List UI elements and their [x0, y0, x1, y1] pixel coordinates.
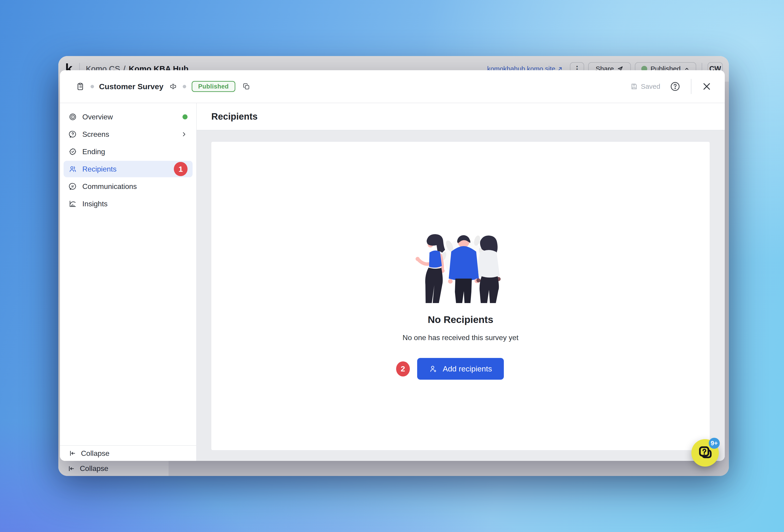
sidebar-collapse-label: Collapse	[81, 449, 110, 458]
copy-icon[interactable]	[242, 82, 250, 90]
chevron-right-icon	[181, 131, 188, 138]
collapse-icon	[68, 450, 76, 457]
sidebar-item-label: Ending	[82, 147, 105, 156]
empty-state-title: No Recipients	[428, 314, 493, 325]
page-title: Recipients	[211, 111, 257, 122]
sidebar-collapse-button[interactable]: Collapse	[60, 445, 196, 461]
sidebar-item-insights[interactable]: Insights	[63, 196, 193, 212]
chart-icon	[68, 200, 77, 208]
clipboard-icon	[76, 82, 85, 91]
save-status-label: Saved	[641, 83, 660, 90]
add-recipients-label: Add recipients	[443, 364, 492, 373]
question-bubble-icon	[68, 130, 77, 138]
desktop-background: k Komo CS / Komo KBA Hub komokbahub.komo…	[0, 0, 784, 532]
user-plus-icon	[429, 365, 438, 373]
close-icon	[702, 82, 711, 91]
help-widget-icon	[698, 446, 712, 460]
customer-survey-modal: Customer Survey Published Saved	[60, 70, 725, 461]
sidebar-item-label: Recipients	[82, 165, 116, 173]
seal-check-icon	[68, 147, 77, 156]
sidebar-item-label: Communications	[82, 182, 137, 191]
close-button[interactable]	[702, 82, 711, 91]
sidebar-item-recipients[interactable]: Recipients 1	[63, 161, 193, 177]
no-recipients-illustration	[415, 231, 506, 303]
modal-header: Customer Survey Published Saved	[60, 70, 725, 103]
modal-body: Overview Screens Ending Recipients	[60, 103, 725, 461]
status-badge: Published	[192, 81, 235, 92]
chat-bubble-icon	[68, 182, 77, 191]
target-icon	[68, 113, 77, 121]
dot-separator	[183, 85, 186, 88]
save-icon	[630, 83, 638, 90]
add-recipients-button[interactable]: Add recipients	[417, 358, 504, 380]
recipients-card: No Recipients No one has received this s…	[211, 142, 710, 450]
modal-main: Recipients	[197, 103, 725, 461]
sidebar-item-label: Insights	[82, 200, 108, 208]
step-badge-1: 1	[174, 162, 188, 176]
main-content: No Recipients No one has received this s…	[197, 130, 725, 461]
sidebar-item-overview[interactable]: Overview	[63, 109, 193, 125]
sidebar-item-screens[interactable]: Screens	[63, 126, 193, 142]
help-circle-icon	[670, 81, 680, 92]
step-badge-2: 2	[396, 361, 410, 376]
live-status-dot-icon	[183, 114, 188, 119]
modal-sidebar: Overview Screens Ending Recipients	[60, 103, 197, 461]
dot-separator	[90, 85, 94, 88]
save-status: Saved	[630, 83, 660, 90]
modal-header-right: Saved	[630, 79, 711, 94]
sidebar-item-label: Overview	[82, 113, 113, 121]
empty-state-subtitle: No one has received this survey yet	[402, 334, 519, 342]
modal-title: Customer Survey	[99, 82, 164, 91]
rename-icon[interactable]	[169, 82, 177, 90]
modal-header-left: Customer Survey Published	[76, 81, 250, 92]
sidebar-item-label: Screens	[82, 130, 109, 139]
empty-state-actions: 2 Add recipients	[417, 358, 504, 380]
header-divider	[691, 79, 691, 94]
sidebar-item-communications[interactable]: Communications	[63, 178, 193, 195]
help-notification-badge: 9+	[709, 438, 720, 449]
users-icon	[68, 165, 77, 173]
help-widget-button[interactable]: 9+	[691, 439, 719, 467]
help-button[interactable]	[670, 81, 680, 92]
sidebar-item-ending[interactable]: Ending	[63, 143, 193, 160]
main-header-row: Recipients	[197, 103, 725, 130]
